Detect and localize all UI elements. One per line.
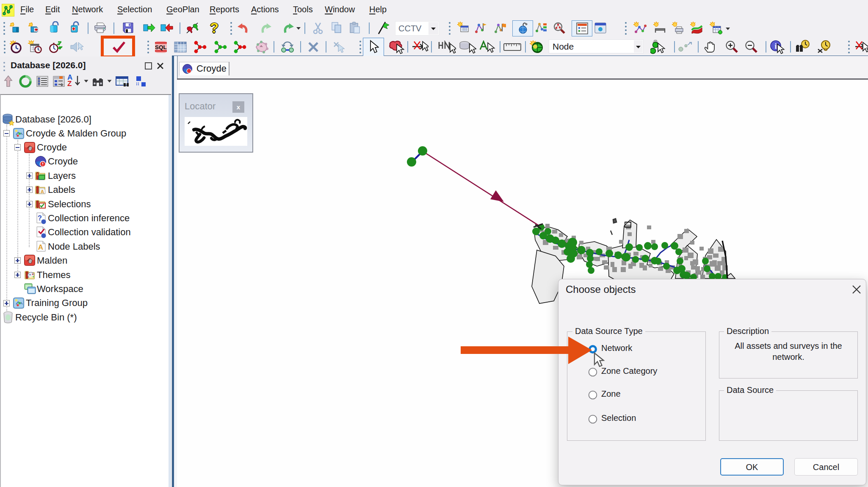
svg-text:A: A	[41, 189, 44, 194]
svg-text:i: i	[774, 42, 777, 50]
svg-text:?: ?	[38, 214, 42, 222]
svg-text:A: A	[38, 243, 43, 251]
svg-text:SQL: SQL	[155, 44, 167, 50]
